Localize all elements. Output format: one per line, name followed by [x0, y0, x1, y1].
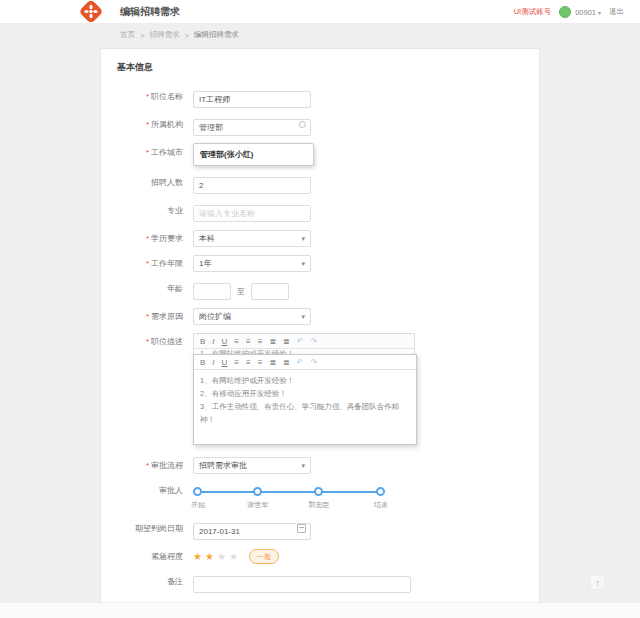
calendar-icon[interactable] [297, 524, 306, 533]
logo-diamond-icon [76, 1, 106, 22]
bold-button[interactable]: B [200, 334, 205, 349]
chevron-down-icon[interactable]: ▾ [598, 9, 601, 16]
star-icon[interactable]: ★ [193, 551, 203, 562]
position-name-label: 职位名称 [151, 92, 183, 101]
star-icon[interactable]: ★ [205, 551, 215, 562]
underline-button[interactable]: U [222, 355, 228, 370]
step-label-approver1: 谢世军 [248, 500, 269, 510]
chevron-down-icon: ▾ [301, 313, 305, 321]
avatar[interactable] [559, 6, 571, 18]
align-right-icon[interactable]: ≡ [258, 334, 263, 349]
bold-button[interactable]: B [200, 355, 205, 370]
reason-label: 需求原因 [151, 312, 183, 321]
organization-suggestion-item[interactable]: 管理部(张小红) [193, 143, 314, 166]
form-row-education: *学历要求 本科 ▾ [101, 230, 539, 247]
section-title: 基本信息 [117, 61, 539, 74]
underline-button[interactable]: U [222, 334, 228, 349]
step-node [193, 487, 202, 496]
step-node [376, 487, 385, 496]
position-name-input[interactable] [193, 91, 311, 108]
star-icon[interactable]: ★ [229, 551, 239, 562]
page: 编辑招聘需求 UI测试账号 00901 ▾ 退出 首页 > 招聘需求 > 编辑招… [0, 0, 640, 618]
headcount-label: 招聘人数 [151, 178, 183, 187]
form-panel: 基本信息 *职位名称 *所属机构 *工作城市 管理部(张小红) 招聘人数 [100, 48, 540, 618]
reason-value: 岗位扩编 [199, 311, 231, 322]
work-city-label: 工作城市 [151, 148, 183, 157]
form-row-major: 专业 [101, 202, 539, 222]
redo-icon[interactable]: ↷ [310, 334, 317, 349]
age-separator: 至 [237, 283, 245, 300]
align-left-icon[interactable]: ≡ [234, 334, 239, 349]
urgency-badge: 一般 [249, 549, 279, 564]
approval-steps: 开始 谢世军 郭忠臣 结束 [193, 482, 385, 508]
breadcrumb-separator: > [140, 31, 144, 40]
form-row-description: *职位描述 B I U ≡ ≡ ≡ ≣ ≣ ↶ ↷ 1、有网站维 [101, 333, 539, 449]
form-row-organization: *所属机构 [101, 116, 539, 136]
editor-popup: B I U ≡ ≡ ≡ ≣ ≣ ↶ ↷ 1、有网站维护或开发经验！ 2、有移动应… [193, 354, 417, 445]
work-years-select[interactable]: 1年 ▾ [193, 255, 311, 272]
chevron-down-icon: ▾ [301, 462, 305, 470]
form-row-urgency: 紧急程度 ★ ★ ★ ★ 一般 [101, 548, 539, 565]
ordered-list-icon[interactable]: ≣ [269, 355, 276, 370]
account-link[interactable]: UI测试账号 [514, 7, 552, 17]
editor-toolbar: B I U ≡ ≡ ≡ ≣ ≣ ↶ ↷ [194, 355, 416, 370]
rich-text-editor: B I U ≡ ≡ ≡ ≣ ≣ ↶ ↷ 1、有网站维护或开发经验！ [193, 333, 415, 356]
breadcrumb-separator: > [184, 31, 188, 40]
description-label: 职位描述 [151, 337, 183, 346]
approval-flow-select[interactable]: 招聘需求审批 ▾ [193, 457, 311, 474]
headcount-input[interactable] [193, 177, 311, 194]
undo-icon[interactable]: ↶ [297, 334, 304, 349]
age-min-input[interactable] [193, 283, 231, 300]
form-row-expected-date: 期望到岗日期 [101, 520, 539, 540]
breadcrumb-recruit[interactable]: 招聘需求 [149, 30, 179, 40]
lookup-circle-icon[interactable] [299, 121, 306, 128]
approval-flow-label: 审批流程 [151, 461, 183, 470]
app-logo[interactable] [76, 1, 106, 22]
align-center-icon[interactable]: ≡ [246, 355, 251, 370]
reason-select[interactable]: 岗位扩编 ▾ [193, 308, 311, 325]
redo-icon[interactable]: ↷ [310, 355, 317, 370]
form-row-work-city: *工作城市 管理部(张小红) [101, 144, 539, 164]
remark-input[interactable] [193, 576, 411, 593]
required-mark: * [146, 120, 149, 129]
italic-button[interactable]: I [212, 334, 214, 349]
back-to-top-button[interactable]: ↑ [590, 575, 605, 590]
editor-content[interactable]: 1、有网站维护或开发经验！ 2、有移动应用开发经验！ 3、工作主动性强、有责任心… [194, 370, 416, 444]
form-row-position-name: *职位名称 [101, 88, 539, 108]
logout-link[interactable]: 退出 [609, 7, 624, 17]
undo-icon[interactable]: ↶ [297, 355, 304, 370]
step-label-end: 结束 [374, 500, 388, 510]
align-center-icon[interactable]: ≡ [246, 334, 251, 349]
unordered-list-icon[interactable]: ≣ [283, 334, 290, 349]
required-mark: * [146, 461, 149, 470]
step-node [253, 487, 262, 496]
star-icon[interactable]: ★ [217, 551, 227, 562]
form-row-remark: 备注 [101, 573, 539, 593]
breadcrumb: 首页 > 招聘需求 > 编辑招聘需求 [0, 24, 640, 46]
chevron-down-icon: ▾ [301, 260, 305, 268]
step-label-approver2: 郭忠臣 [309, 500, 330, 510]
approval-flow-value: 招聘需求审批 [199, 460, 247, 471]
page-title: 编辑招聘需求 [120, 5, 180, 19]
description-line: 1、有网站维护或开发经验！ [200, 374, 410, 387]
age-max-input[interactable] [251, 283, 289, 300]
breadcrumb-home[interactable]: 首页 [120, 30, 135, 40]
major-label: 专业 [167, 206, 183, 215]
step-label-start: 开始 [191, 500, 205, 510]
unordered-list-icon[interactable]: ≣ [283, 355, 290, 370]
step-node [314, 487, 323, 496]
major-input[interactable] [193, 205, 311, 222]
breadcrumb-current: 编辑招聘需求 [194, 30, 239, 40]
align-left-icon[interactable]: ≡ [234, 355, 239, 370]
align-right-icon[interactable]: ≡ [258, 355, 263, 370]
star-rating: ★ ★ ★ ★ 一般 [193, 548, 279, 565]
organization-input[interactable] [193, 119, 311, 136]
expected-date-input[interactable] [193, 523, 311, 540]
form-row-work-years: *工作年限 1年 ▾ [101, 255, 539, 272]
form-row-age: 年龄 至 [101, 280, 539, 300]
remark-label: 备注 [167, 577, 183, 586]
ordered-list-icon[interactable]: ≣ [269, 334, 276, 349]
italic-button[interactable]: I [212, 355, 214, 370]
education-select[interactable]: 本科 ▾ [193, 230, 311, 247]
username[interactable]: 00901 [575, 8, 596, 17]
